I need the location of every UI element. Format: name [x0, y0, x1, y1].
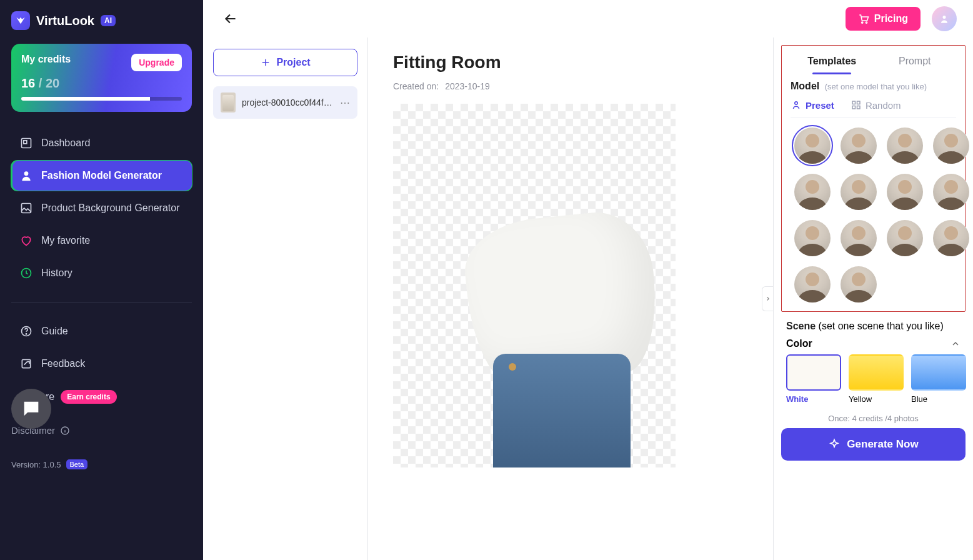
project-item[interactable]: project-80010cc0f44f4dfc ⋯ [213, 86, 357, 119]
sidebar-item-guide[interactable]: Guide [11, 316, 192, 346]
chat-fab[interactable] [11, 389, 51, 429]
more-icon[interactable]: ⋯ [340, 97, 350, 109]
sidebar-item-label: Feedback [41, 358, 85, 369]
upgrade-button[interactable]: Upgrade [131, 54, 182, 71]
help-icon [20, 325, 32, 338]
model-avatar[interactable] [933, 128, 969, 164]
svg-point-10 [866, 22, 867, 23]
created-on-row: Created on: 2023-10-19 [393, 81, 748, 91]
model-avatar[interactable] [841, 174, 877, 210]
back-button[interactable] [219, 8, 242, 30]
svg-rect-3 [22, 204, 31, 213]
svg-rect-14 [857, 101, 860, 104]
generate-button[interactable]: Generate Now [781, 428, 966, 461]
model-avatar[interactable] [841, 220, 877, 256]
ai-badge: AI [101, 15, 116, 26]
svg-rect-13 [852, 101, 856, 104]
model-avatar[interactable] [794, 220, 831, 256]
project-thumbnail [221, 92, 236, 112]
page-title: Fitting Room [393, 52, 748, 72]
model-avatar[interactable] [933, 220, 969, 256]
model-title: Model [791, 81, 819, 91]
sidebar-item-feedback[interactable]: Feedback [11, 349, 192, 379]
scene-section: Scene (set one scene that you like) [781, 312, 966, 332]
credits-progress [21, 97, 182, 101]
project-name: project-80010cc0f44f4dfc [242, 98, 334, 108]
model-avatar[interactable] [794, 174, 831, 210]
canvas-column: Fitting Room Created on: 2023-10-19 [368, 38, 773, 560]
image-icon [20, 202, 32, 214]
canvas-image[interactable] [393, 104, 676, 468]
svg-point-11 [943, 16, 946, 19]
sidebar-item-product-bg[interactable]: Product Background Generator [11, 193, 192, 223]
svg-point-6 [26, 334, 26, 334]
sidebar-item-label: Dashboard [41, 138, 90, 149]
nav-separator [11, 302, 192, 302]
model-avatar[interactable] [841, 128, 877, 164]
plus-icon [260, 57, 271, 68]
topbar: Pricing [203, 0, 973, 38]
pricing-button[interactable]: Pricing [846, 7, 921, 31]
color-section-header[interactable]: Color [781, 332, 966, 354]
mode-random[interactable]: Random [851, 99, 901, 111]
model-grid [791, 118, 956, 305]
model-avatar[interactable] [887, 174, 923, 210]
color-swatch-row: White Yellow Blue [781, 354, 966, 409]
model-avatar[interactable] [887, 128, 923, 164]
templates-highlight: Templates Prompt Model (set one model th… [781, 45, 966, 312]
svg-rect-16 [857, 106, 860, 109]
sparkle-icon [828, 438, 841, 451]
chat-icon [21, 398, 42, 419]
user-icon [938, 12, 951, 25]
color-swatch-blue[interactable]: Blue [911, 354, 966, 404]
info-icon [60, 426, 70, 436]
svg-point-12 [795, 102, 798, 105]
color-swatch-yellow[interactable]: Yellow [849, 354, 904, 404]
sidebar-item-dashboard[interactable]: Dashboard [11, 128, 192, 158]
svg-point-9 [861, 22, 862, 23]
random-icon [851, 99, 862, 111]
panel-tabs: Templates Prompt [786, 49, 961, 74]
model-avatar[interactable] [933, 174, 969, 210]
credits-total: 20 [46, 76, 59, 90]
feedback-icon [20, 358, 32, 370]
new-project-button[interactable]: Project [213, 49, 357, 76]
right-panel: Templates Prompt Model (set one model th… [773, 38, 973, 560]
svg-point-2 [24, 171, 29, 176]
sidebar-item-fashion-model[interactable]: Fashion Model Generator [11, 161, 192, 191]
color-title: Color [786, 338, 812, 349]
credits-title: My credits [21, 54, 71, 65]
brand-name: VirtuLook [36, 14, 94, 28]
project-column: Project project-80010cc0f44f4dfc ⋯ [203, 38, 368, 560]
model-avatar[interactable] [887, 220, 923, 256]
sidebar-item-favorite[interactable]: My favorite [11, 226, 192, 256]
mode-preset[interactable]: Preset [791, 99, 834, 111]
sidebar-item-label: Guide [41, 326, 68, 337]
sidebar-item-history[interactable]: History [11, 258, 192, 288]
model-avatar[interactable] [794, 128, 831, 164]
earn-credits-pill: Earn credits [61, 390, 116, 404]
version-label: Version: 1.0.5 Beta [11, 459, 192, 469]
color-swatch-white[interactable]: White [786, 354, 841, 404]
credits-current: 16 [21, 76, 35, 90]
sidebar-item-label: My favorite [41, 235, 90, 246]
svg-rect-15 [852, 106, 856, 109]
user-avatar[interactable] [932, 6, 957, 31]
brand-row: VirtuLook AI [11, 11, 192, 30]
main: Pricing Project project-80010cc0f44f4dfc… [203, 0, 973, 560]
created-date: 2023-10-19 [445, 81, 490, 91]
sidebar-item-label: Fashion Model Generator [41, 170, 162, 181]
person-icon [20, 169, 32, 182]
model-hint: (set one model that you like) [825, 82, 927, 91]
tab-prompt[interactable]: Prompt [874, 49, 957, 74]
model-avatar[interactable] [841, 266, 877, 302]
heart-icon [20, 234, 32, 247]
svg-rect-1 [24, 141, 27, 144]
model-section: Model (set one model that you like) Pres… [786, 74, 961, 305]
dashboard-icon [20, 137, 32, 149]
tab-templates[interactable]: Templates [791, 49, 874, 74]
model-avatar[interactable] [794, 266, 831, 302]
panel-collapse-handle[interactable] [762, 286, 773, 311]
arrow-left-icon [222, 11, 239, 27]
chevron-right-icon [765, 294, 771, 303]
